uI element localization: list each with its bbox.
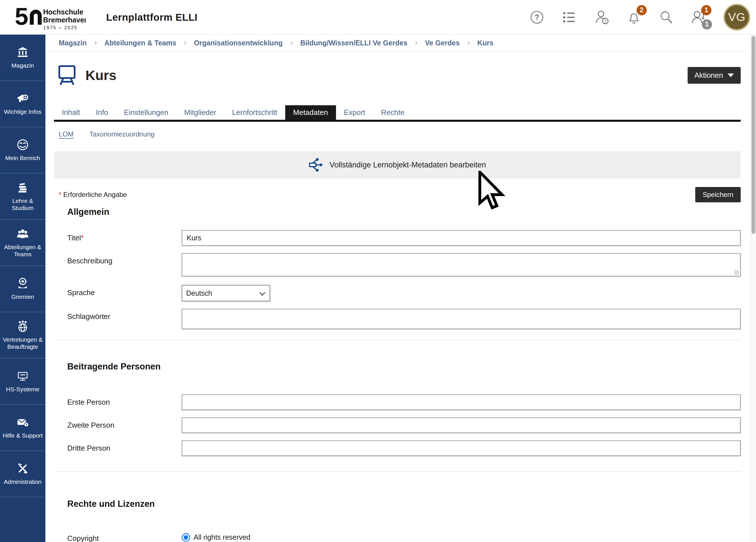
breadcrumb-item[interactable]: Kurs <box>477 39 493 47</box>
online-users-icon[interactable]: ! <box>594 10 609 25</box>
sprache-label: Sprache <box>54 285 182 301</box>
schlagwoerter-label: Schlagwörter <box>54 309 182 329</box>
page-title: Kurs <box>85 68 116 83</box>
copyright-radio-selected[interactable] <box>182 533 190 542</box>
tab-lernfortschritt[interactable]: Lernfortschritt <box>224 105 285 120</box>
beschreibung-label: Beschreibung <box>54 253 182 278</box>
save-button[interactable]: Speichern <box>695 187 741 202</box>
top-header: 5 Hochschule Bremerhaven 1975 – 2025 Ler… <box>0 0 756 35</box>
user-avatar[interactable]: VG <box>723 4 750 31</box>
sidebar-filler <box>0 497 45 542</box>
copyright-label: Copyright <box>54 531 182 542</box>
help-icon[interactable]: ? <box>529 10 545 25</box>
breadcrumb-separator: › <box>184 37 186 47</box>
globe-people-icon <box>16 320 29 333</box>
contacts-badge-total: 1 <box>702 19 712 30</box>
titel-label: Titel* <box>54 230 182 246</box>
notification-badge: 2 <box>637 5 647 15</box>
books-icon <box>16 181 29 194</box>
sidebar-item-abteilungen-teams[interactable]: Abteilungen & Teams <box>0 220 45 266</box>
vertical-scrollbar[interactable] <box>750 35 756 542</box>
beschreibung-textarea[interactable] <box>182 253 741 276</box>
tab-info[interactable]: Info <box>88 105 116 120</box>
bank-icon <box>16 46 29 58</box>
contacts-icon[interactable]: 1 1 <box>691 10 706 25</box>
sidebar-item-lehre-studium[interactable]: Lehre & Studium <box>0 173 45 220</box>
svg-text:!: ! <box>604 18 606 24</box>
sidebar-item-magazin[interactable]: Magazin <box>0 35 45 81</box>
sidebar-item-gremien[interactable]: Gremien <box>0 266 45 312</box>
zweite-person-input[interactable] <box>182 417 741 433</box>
svg-text:Hochschule: Hochschule <box>43 8 83 16</box>
breadcrumb-item[interactable]: Abteilungen & Teams <box>104 39 177 47</box>
zweite-person-label: Zweite Person <box>54 417 182 433</box>
caret-down-icon <box>728 73 734 77</box>
svg-text:?: ? <box>535 13 539 22</box>
tab-mitglieder[interactable]: Mitglieder <box>176 105 224 120</box>
megaphone-icon <box>16 92 29 105</box>
breadcrumb-separator: › <box>467 37 470 47</box>
hochschule-bremerhaven-logo: 5 Hochschule Bremerhaven 1975 – 2025 <box>15 4 86 31</box>
erste-person-input[interactable] <box>182 394 741 410</box>
breadcrumb-separator: › <box>94 37 97 47</box>
copyright-radio-label: All rights reserved <box>194 533 250 541</box>
sidebar-item-vertretungen[interactable]: Vertretungen & Beauftragte <box>0 312 45 358</box>
breadcrumb-separator: › <box>290 37 293 47</box>
section-heading-rechte: Rechte und Lizenzen <box>67 499 741 509</box>
rechte-form: Copyright All rights reserved <box>54 531 741 542</box>
people-group-icon <box>16 228 29 240</box>
list-menu-icon[interactable] <box>562 10 577 25</box>
allgemein-form: Titel* Beschreibung Sprache Deutsch Schl… <box>54 230 741 329</box>
smiley-icon <box>16 138 29 151</box>
monitor-password-icon: *** <box>16 370 29 382</box>
course-easel-icon <box>58 65 76 85</box>
tab-inhalt[interactable]: Inhalt <box>54 105 88 120</box>
tab-export[interactable]: Export <box>336 105 373 120</box>
share-nodes-icon <box>309 158 322 172</box>
breadcrumb-item[interactable]: Ve Gerdes <box>425 39 460 47</box>
section-heading-allgemein: Allgemein <box>67 207 741 217</box>
svg-text:Bremerhaven: Bremerhaven <box>43 16 86 24</box>
app-title: Lernplattform ELLI <box>106 12 198 23</box>
dritte-person-label: Dritte Person <box>54 440 182 456</box>
notifications-bell-icon[interactable]: 2 <box>626 10 642 25</box>
titel-input[interactable] <box>182 230 741 246</box>
sidebar-item-hilfe-support[interactable]: ? Hilfe & Support <box>0 405 45 451</box>
breadcrumb: Magazin› Abteilungen & Teams› Organisati… <box>45 35 750 51</box>
section-divider <box>54 340 741 340</box>
schlagwoerter-input[interactable] <box>182 309 741 329</box>
tab-metadaten[interactable]: Metadaten <box>285 105 336 120</box>
svg-text:1975 – 2025: 1975 – 2025 <box>43 25 78 30</box>
mail-question-icon: ? <box>16 416 29 428</box>
scrollbar-thumb[interactable] <box>751 36 755 234</box>
main-sidebar: Magazin Wichtige Infos Mein Bereich Lehr… <box>0 35 45 542</box>
breadcrumb-separator: › <box>415 37 418 47</box>
sidebar-item-wichtige-infos[interactable]: Wichtige Infos <box>0 81 45 127</box>
sidebar-item-mein-bereich[interactable]: Mein Bereich <box>0 127 45 173</box>
subtab-lom[interactable]: LOM <box>59 130 73 138</box>
tools-icon <box>16 462 29 475</box>
sidebar-item-administration[interactable]: Administration <box>0 451 45 497</box>
breadcrumb-item[interactable]: Magazin <box>59 39 87 47</box>
section-divider <box>54 471 741 472</box>
breadcrumb-item[interactable]: Bildung/Wissen/ELLI Ve Gerdes <box>300 39 408 47</box>
main-content: Magazin› Abteilungen & Teams› Organisati… <box>45 35 750 542</box>
section-heading-beitragende: Beitragende Personen <box>67 362 741 372</box>
actions-button[interactable]: Aktionen <box>688 67 741 84</box>
required-note: * Erforderliche Angabe <box>59 191 127 199</box>
tab-rechte[interactable]: Rechte <box>373 105 412 120</box>
svg-text:?: ? <box>25 423 27 427</box>
subtab-taxonomiezuordnung[interactable]: Taxonomiezuordnung <box>89 130 155 138</box>
subtab-bar: LOM Taxonomiezuordnung <box>54 130 741 138</box>
edit-full-metadata-banner[interactable]: Vollständige Lernobjekt-Metadaten bearbe… <box>54 151 741 178</box>
tab-einstellungen[interactable]: Einstellungen <box>116 105 176 120</box>
sprache-select[interactable]: Deutsch <box>182 285 270 301</box>
search-icon[interactable] <box>659 10 674 25</box>
committee-icon <box>16 277 29 290</box>
sidebar-item-hs-systeme[interactable]: *** HS-Systeme <box>0 358 45 405</box>
copyright-radio-row: All rights reserved <box>182 531 741 542</box>
dritte-person-input[interactable] <box>182 440 741 456</box>
svg-text:5: 5 <box>15 4 28 30</box>
svg-text:***: *** <box>20 373 25 378</box>
breadcrumb-item[interactable]: Organisationsentwicklung <box>194 39 283 47</box>
